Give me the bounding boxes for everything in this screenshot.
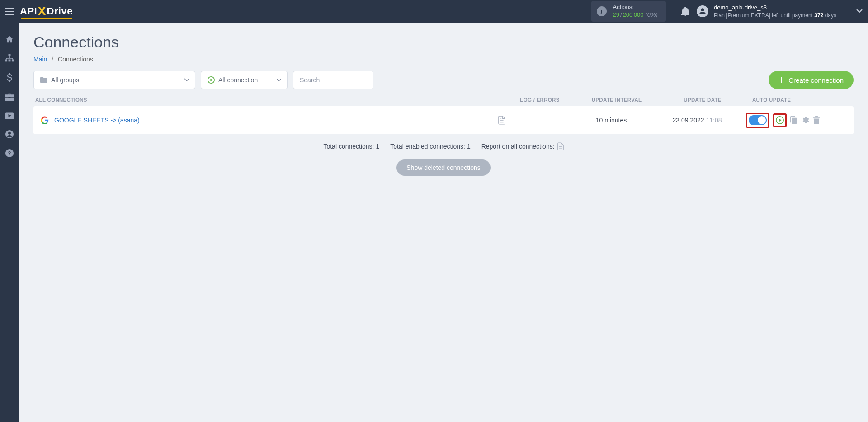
youtube-icon[interactable] [5,112,14,119]
logo-post: Drive [47,5,73,17]
table-header: ALL CONNECTIONS LOG / ERRORS UPDATE INTE… [33,97,854,106]
user-icon[interactable] [5,130,14,138]
home-icon[interactable] [5,35,14,43]
svg-rect-0 [9,54,11,56]
highlight-toggle [746,113,769,128]
report-all: Report on all connections: [481,142,564,150]
groups-dropdown[interactable]: All groups [33,71,195,89]
actions-counter[interactable]: i Actions: 29/200'000(0%) [591,1,666,22]
main-content: Connections Main / Connections All group… [19,23,868,422]
create-label: Create connection [788,76,844,84]
update-date: 23.09.202211:08 [652,117,742,124]
dollar-icon[interactable] [7,73,12,82]
actions-used: 29 [613,11,619,18]
total-connections: Total connections: 1 [323,143,379,150]
status-label: All connection [218,76,258,84]
groups-label: All groups [51,76,79,84]
chevron-down-icon [184,78,189,82]
bell-icon[interactable] [681,7,689,16]
plus-icon [778,77,785,83]
svg-rect-2 [9,59,11,61]
svg-text:?: ? [8,150,11,156]
connection-name-link[interactable]: GOOGLE SHEETS -> (asana) [54,117,140,124]
show-deleted-button[interactable]: Show deleted connections [396,159,490,176]
sitemap-icon[interactable] [5,54,14,62]
enabled-connections: Total enabled connections: 1 [390,143,470,150]
chevron-down-icon [276,78,282,82]
actions-label: Actions: [613,4,658,11]
summary-row: Total connections: 1 Total enabled conne… [33,142,854,150]
create-connection-button[interactable]: Create connection [769,71,854,89]
user-menu[interactable]: demo_apix-drive_s3 Plan |Premium EXTRA| … [697,4,863,19]
menu-toggle-icon[interactable] [5,8,14,15]
info-icon: i [597,6,607,16]
search-input[interactable] [293,71,373,89]
trash-icon[interactable] [813,116,820,124]
auto-update-toggle[interactable] [749,115,767,125]
th-auto: AUTO UPDATE [748,97,852,103]
copy-icon[interactable] [790,116,797,124]
breadcrumb-sep: / [52,56,53,63]
play-icon[interactable] [776,116,784,124]
svg-rect-3 [12,59,14,61]
th-date: UPDATE DATE [657,97,748,103]
th-interval: UPDATE INTERVAL [576,97,657,103]
username: demo_apix-drive_s3 [714,4,836,12]
topbar: API X Drive i Actions: 29/200'000(0%) de… [0,0,868,23]
row-actions [742,113,846,128]
folder-icon [40,77,47,83]
breadcrumb-current: Connections [58,56,93,63]
avatar-icon [697,5,708,17]
user-meta: demo_apix-drive_s3 Plan |Premium EXTRA| … [714,4,836,19]
logo-pre: API [20,5,37,17]
table-row: GOOGLE SHEETS -> (asana) 10 minutes 23.0… [33,106,854,134]
page-title: Connections [33,33,854,51]
log-document-icon[interactable] [498,116,571,125]
toolbar: All groups All connection Create connect… [33,71,854,89]
logo-x: X [38,4,46,19]
actions-text: Actions: 29/200'000(0%) [613,4,658,19]
chevron-down-icon [856,9,863,13]
play-circle-icon [208,76,215,84]
sidenav: ? [0,23,19,422]
actions-limit: 200'000 [623,11,644,18]
th-all: ALL CONNECTIONS [35,97,504,103]
breadcrumb: Main / Connections [33,56,854,63]
help-icon[interactable]: ? [5,149,14,157]
gear-icon[interactable] [801,116,809,124]
briefcase-icon[interactable] [5,93,14,101]
svg-rect-1 [5,59,7,61]
status-dropdown[interactable]: All connection [201,71,288,89]
plan-line: Plan |Premium EXTRA| left until payment … [714,12,836,19]
breadcrumb-main[interactable]: Main [33,56,47,63]
report-document-icon[interactable] [557,142,564,150]
update-interval: 10 minutes [571,117,652,124]
th-log: LOG / ERRORS [504,97,576,103]
logo[interactable]: API X Drive [20,4,73,19]
svg-rect-10 [792,118,797,124]
highlight-play [773,113,787,127]
actions-pct: (0%) [646,11,658,18]
google-icon [41,116,49,124]
